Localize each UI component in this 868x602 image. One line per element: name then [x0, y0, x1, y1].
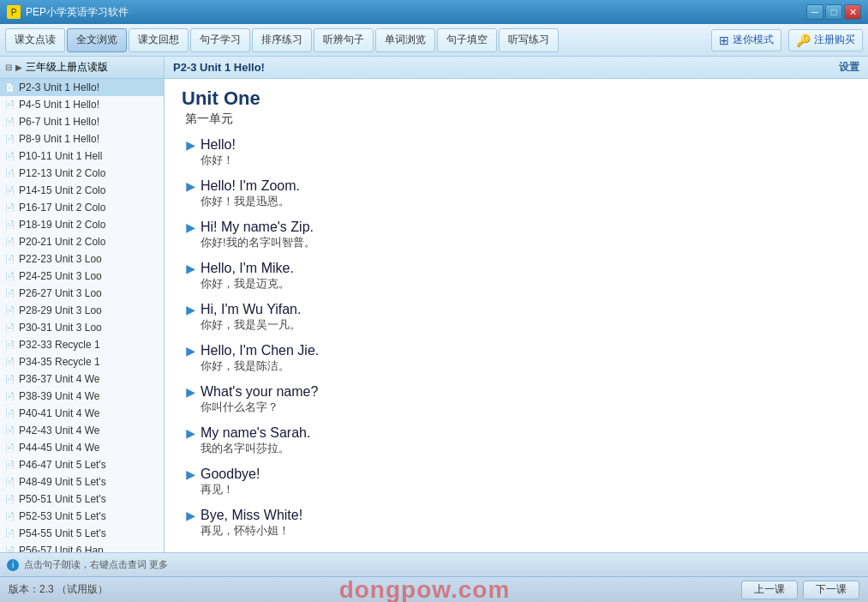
file-icon: 📄 [3, 304, 15, 316]
file-icon: 📄 [3, 287, 15, 299]
sidebar-item-2[interactable]: 📄P6-7 Unit 1 Hello! [0, 113, 164, 130]
file-icon: 📄 [3, 116, 15, 128]
play-icon-3[interactable]: ◀ [182, 262, 195, 275]
sentence-block-2: ◀Hi! My name's Zip.你好!我的名字叫智普。 [182, 220, 851, 254]
sentence-en-2[interactable]: ◀Hi! My name's Zip. [182, 220, 851, 235]
version-text: 版本：2.3 （试用版） [9, 582, 108, 597]
prev-button[interactable]: 上一课 [741, 581, 798, 599]
sentence-text-en-0: Hello! [201, 137, 236, 153]
file-icon: 📄 [3, 390, 15, 402]
sidebar-item-16[interactable]: 📄P34-35 Recycle 1 [0, 353, 164, 370]
sidebar-item-17[interactable]: 📄P36-37 Unit 4 We [0, 370, 164, 388]
sentence-en-7[interactable]: ◀My name's Sarah. [182, 425, 851, 441]
sidebar-item-13[interactable]: 📄P28-29 Unit 3 Loo [0, 302, 164, 319]
sidebar-item-21[interactable]: 📄P44-45 Unit 4 We [0, 439, 164, 456]
sentence-block-7: ◀My name's Sarah.我的名字叫莎拉。 [182, 425, 851, 460]
play-icon-8[interactable]: ◀ [182, 467, 195, 481]
sidebar-item-22[interactable]: 📄P46-47 Unit 5 Let's [0, 456, 164, 473]
play-icon-2[interactable]: ◀ [182, 220, 195, 234]
toolbar-tab-5[interactable]: 听辨句子 [314, 28, 374, 52]
sidebar-item-12[interactable]: 📄P26-27 Unit 3 Loo [0, 285, 164, 302]
sentence-en-3[interactable]: ◀Hello, I'm Mike. [182, 261, 851, 276]
play-icon-7[interactable]: ◀ [182, 426, 195, 440]
sidebar-item-label: P22-23 Unit 3 Loo [19, 253, 102, 265]
minimize-button[interactable]: ─ [806, 4, 823, 20]
sidebar-item-8[interactable]: 📄P18-19 Unit 2 Colo [0, 216, 164, 233]
next-button[interactable]: 下一课 [803, 581, 859, 599]
sidebar-item-25[interactable]: 📄P52-53 Unit 5 Let's [0, 508, 164, 525]
sidebar-item-24[interactable]: 📄P50-51 Unit 5 Let's [0, 491, 164, 508]
sidebar-item-14[interactable]: 📄P30-31 Unit 3 Loo [0, 319, 164, 336]
sidebar-item-3[interactable]: 📄P8-9 Unit 1 Hello! [0, 130, 164, 147]
sidebar-item-20[interactable]: 📄P42-43 Unit 4 We [0, 422, 164, 439]
maximize-button[interactable]: □ [825, 4, 842, 20]
file-icon: 📄 [3, 407, 15, 419]
sentence-block-6: ◀What's your name?你叫什么名字？ [182, 384, 851, 418]
play-icon-4[interactable]: ◀ [182, 303, 195, 316]
sidebar-item-5[interactable]: 📄P12-13 Unit 2 Colo [0, 165, 164, 182]
settings-link[interactable]: 设置 [839, 60, 859, 75]
sidebar-item-label: P26-27 Unit 3 Loo [19, 287, 102, 299]
play-icon-5[interactable]: ◀ [182, 344, 195, 358]
sidebar-item-23[interactable]: 📄P48-49 Unit 5 Let's [0, 473, 164, 491]
sentence-en-4[interactable]: ◀Hi, I'm Wu Yifan. [182, 302, 851, 317]
toolbar-tab-4[interactable]: 排序练习 [252, 28, 312, 52]
sidebar-item-4[interactable]: 📄P10-11 Unit 1 Hell [0, 147, 164, 165]
sentence-en-9[interactable]: ◀Bye, Miss White! [182, 508, 851, 523]
sidebar-item-label: P14-15 Unit 2 Colo [19, 184, 105, 196]
sidebar-item-27[interactable]: 📄P56-57 Unit 6 Hap [0, 542, 164, 552]
app-title: PEP小学英语学习软件 [26, 5, 806, 20]
toolbar-tab-1[interactable]: 全文浏览 [67, 28, 127, 52]
sidebar-item-19[interactable]: 📄P40-41 Unit 4 We [0, 405, 164, 422]
sidebar-item-0[interactable]: 📄P2-3 Unit 1 Hello! [0, 79, 164, 96]
sidebar-item-26[interactable]: 📄P54-55 Unit 5 Let's [0, 525, 164, 542]
play-icon-0[interactable]: ◀ [182, 138, 195, 152]
sidebar-item-label: P10-11 Unit 1 Hell [19, 150, 102, 162]
toolbar-tab-2[interactable]: 课文回想 [129, 28, 189, 52]
toolbar-tab-3[interactable]: 句子学习 [190, 28, 250, 52]
mini-mode-button[interactable]: ⊞ 迷你模式 [711, 29, 781, 51]
toolbar-tab-6[interactable]: 单词浏览 [375, 28, 435, 52]
file-icon: 📄 [3, 339, 15, 351]
sentence-en-6[interactable]: ◀What's your name? [182, 384, 851, 400]
sentence-text-cn-5: 你好，我是陈洁。 [201, 358, 851, 374]
sidebar-list: 📄P2-3 Unit 1 Hello!📄P4-5 Unit 1 Hello!📄P… [0, 79, 164, 552]
sentence-text-en-9: Bye, Miss White! [201, 508, 302, 523]
sidebar-item-10[interactable]: 📄P22-23 Unit 3 Loo [0, 250, 164, 268]
sentence-en-1[interactable]: ◀Hello! I'm Zoom. [182, 178, 851, 194]
file-icon: 📄 [3, 167, 15, 179]
sidebar-item-9[interactable]: 📄P20-21 Unit 2 Colo [0, 233, 164, 250]
sidebar-item-label: P40-41 Unit 4 We [19, 407, 100, 419]
sidebar-item-15[interactable]: 📄P32-33 Recycle 1 [0, 336, 164, 353]
sidebar-item-11[interactable]: 📄P24-25 Unit 3 Loo [0, 268, 164, 285]
register-button[interactable]: 🔑 注册购买 [788, 29, 863, 51]
file-icon: 📄 [3, 219, 15, 231]
sidebar-item-label: P36-37 Unit 4 We [19, 373, 100, 385]
file-icon: 📄 [3, 253, 15, 265]
sentence-block-1: ◀Hello! I'm Zoom.你好！我是迅恩。 [182, 178, 851, 213]
sidebar-item-1[interactable]: 📄P4-5 Unit 1 Hello! [0, 96, 164, 113]
sidebar-item-label: P30-31 Unit 3 Loo [19, 322, 102, 334]
close-button[interactable]: ✕ [844, 4, 861, 20]
play-icon-6[interactable]: ◀ [182, 385, 195, 399]
sentence-en-0[interactable]: ◀Hello! [182, 137, 851, 153]
sentence-text-en-5: Hello, I'm Chen Jie. [201, 343, 319, 358]
sidebar-item-6[interactable]: 📄P14-15 Unit 2 Colo [0, 182, 164, 199]
content-body: Unit One 第一单元 ◀Hello!你好！◀Hello! I'm Zoom… [165, 79, 868, 552]
toolbar-tab-7[interactable]: 句子填空 [437, 28, 497, 52]
sentence-en-8[interactable]: ◀Goodbye! [182, 467, 851, 482]
sidebar-item-7[interactable]: 📄P16-17 Unit 2 Colo [0, 199, 164, 216]
sentence-text-cn-8: 再见！ [201, 482, 851, 497]
watermark: dongpow.com [339, 576, 511, 603]
sentence-en-5[interactable]: ◀Hello, I'm Chen Jie. [182, 343, 851, 358]
play-icon-9[interactable]: ◀ [182, 509, 195, 522]
app-icon: P [7, 5, 21, 19]
sentence-text-cn-9: 再见，怀特小姐！ [201, 523, 851, 539]
play-icon-1[interactable]: ◀ [182, 179, 195, 193]
toolbar-tab-0[interactable]: 课文点读 [5, 28, 65, 52]
sidebar-item-18[interactable]: 📄P38-39 Unit 4 We [0, 388, 164, 405]
toolbar-tab-8[interactable]: 听写练习 [499, 28, 559, 52]
sidebar-item-label: P32-33 Recycle 1 [19, 339, 100, 351]
file-icon: 📄 [3, 236, 15, 248]
sidebar: ⊟ ▶ 三年级上册点读版 📄P2-3 Unit 1 Hello!📄P4-5 Un… [0, 57, 165, 552]
